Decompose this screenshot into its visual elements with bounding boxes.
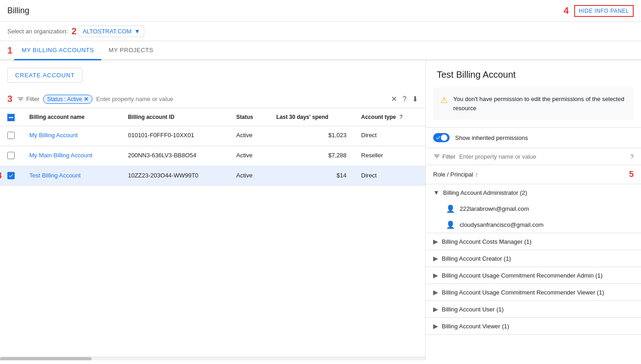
person-icon: 👤 [446,220,455,229]
right-filter-help-icon[interactable]: ? [630,153,634,160]
row3-account-link[interactable]: Test Billing Account [29,172,81,179]
tabs-bar: 1 MY BILLING ACCOUNTS MY PROJECTS [0,41,641,60]
role-costs-label: Billing Account Costs Manager (1) [442,238,634,245]
header: Billing 4 HIDE INFO PANEL [0,0,641,22]
billing-accounts-table: Billing account name Billing account ID … [0,108,425,357]
hide-info-panel-button[interactable]: HIDE INFO PANEL [574,5,634,17]
tab-billing-accounts[interactable]: MY BILLING ACCOUNTS [14,41,101,60]
row1-id: 010101-F0FFF0-10XX01 [120,126,229,146]
role-item-user[interactable]: ▶ Billing Account User (1) [426,301,641,317]
chevron-down-icon: ▼ [134,28,140,35]
row1-checkbox-cell [0,126,22,146]
row1-name: My Billing Account [22,126,120,146]
filter-download-button[interactable]: ⬇ [412,95,418,103]
row1-checkbox[interactable] [7,132,15,139]
role-group-costs: ▶ Billing Account Costs Manager (1) [426,233,641,250]
right-filter-bar: Filter ? [426,148,641,165]
row1-type: Direct [354,126,425,146]
main-layout: CREATE ACCOUNT 3 Filter Status : Active … [0,60,641,360]
col-header-id: Billing account ID [120,108,229,126]
role-user-label: Billing Account User (1) [442,306,634,313]
row3-id: 10ZZ23-203O44-WW99T0 [120,166,229,186]
left-panel: CREATE ACCOUNT 3 Filter Status : Active … [0,60,426,360]
select-all-checkbox[interactable] [7,114,15,121]
row2-checkbox-cell [0,146,22,166]
col-header-spend: Last 30 days' spend [269,108,354,126]
table-header-checkbox-col [0,108,22,126]
step5-annotation: 5 [629,170,634,179]
right-panel: Test Billing Account ⚠ You don't have pe… [426,60,641,360]
role-principal-header: Role / Principal ↑ 5 [426,165,641,184]
filter-icon-area: Filter [17,96,39,103]
row2-type: Reseller [354,146,425,166]
role-item-creator[interactable]: ▶ Billing Account Creator (1) [426,250,641,267]
org-name: ALTOSTRAT.COM [82,28,131,35]
role-expand-icon: ▶ [433,305,438,313]
toggle-slider [433,133,450,142]
toggle-label: Show inherited permissions [455,134,528,141]
filter-chip-label: Status : Active [47,96,82,102]
help-icon[interactable]: ? [399,114,402,120]
right-filter-input[interactable] [459,153,627,160]
row3-spend: $14 [269,166,354,186]
role-item-viewer[interactable]: ▶ Billing Account Viewer (1) [426,318,641,334]
page-title: Billing [7,6,29,16]
row1-status: Active [229,126,269,146]
member-email: cloudysanfrancisco@gmail.com [460,221,543,228]
row3-checkbox-cell: 4 [0,166,22,186]
row3-status: Active [229,166,269,186]
row2-checkbox[interactable] [7,152,15,159]
table-row: My Main Billing Account 200NN3-636LV3-BB… [0,146,425,166]
row2-account-link[interactable]: My Main Billing Account [29,152,92,159]
member-row: 👤 cloudysanfrancisco@gmail.com [426,217,641,233]
create-account-button[interactable]: CREATE ACCOUNT [7,68,82,83]
filter-actions: ✕ ? ⬇ [391,95,418,103]
filter-property-input[interactable] [96,96,387,102]
role-expand-icon: ▶ [433,255,438,262]
org-selector-dropdown[interactable]: ALTOSTRAT.COM ▼ [78,26,144,37]
inherited-permissions-toggle[interactable] [433,133,450,142]
table-row: 4 Test Billing Account 10ZZ23-203O44-WW9… [0,166,425,186]
checkmark-icon [8,173,14,178]
role-item-costs[interactable]: ▶ Billing Account Costs Manager (1) [426,233,641,250]
row3-checkbox[interactable] [7,172,15,179]
role-principal-label: Role / Principal [433,171,473,178]
filter-help-button[interactable]: ? [402,95,407,103]
toggle-check-icon [435,135,441,140]
role-item-usage-admin[interactable]: ▶ Billing Account Usage Commitment Recom… [426,267,641,284]
role-item-admin[interactable]: ▼ Billing Account Administrator (2) [426,184,641,201]
person-icon: 👤 [446,204,455,213]
right-filter-icon: Filter [433,153,456,160]
step4-annotation: 4 [564,5,569,16]
row2-name: My Main Billing Account [22,146,120,166]
col-header-type: Account type ? [354,108,425,126]
sort-asc-icon[interactable]: ↑ [475,171,478,178]
role-item-usage-viewer[interactable]: ▶ Billing Account Usage Commitment Recom… [426,284,641,300]
role-expand-icon: ▶ [433,272,438,279]
role-group-usage-viewer: ▶ Billing Account Usage Commitment Recom… [426,284,641,301]
step4-row-annotation: 4 [0,171,2,181]
step1-annotation: 1 [7,45,12,56]
warning-message: You don't have permission to edit the pe… [453,95,626,112]
role-expand-open-icon: ▼ [433,189,440,196]
role-expand-icon: ▶ [433,322,438,330]
header-right: 4 HIDE INFO PANEL [564,5,634,17]
row2-status: Active [229,146,269,166]
filter-clear-button[interactable]: ✕ [391,95,397,103]
warning-box: ⚠ You don't have permission to edit the … [433,87,634,120]
role-expand-icon: ▶ [433,289,438,296]
col-header-name: Billing account name [22,108,120,126]
right-filter-label: Filter [442,153,456,160]
horizontal-scrollbar[interactable] [0,357,425,360]
scrollbar-thumb[interactable] [0,357,92,360]
role-usage-viewer-label: Billing Account Usage Commitment Recomme… [442,289,634,296]
row1-account-link[interactable]: My Billing Account [29,132,78,139]
filter-chip-close-icon[interactable]: ✕ [84,96,88,102]
member-email: 222larabrown@gmail.com [460,205,529,212]
filter-chip-status[interactable]: Status : Active ✕ [43,95,92,104]
step3-annotation: 3 [7,94,12,104]
warning-icon: ⚠ [440,95,448,105]
filter-bar: 3 Filter Status : Active ✕ ✕ ? ⬇ [0,90,425,108]
tab-my-projects[interactable]: MY PROJECTS [101,41,161,60]
role-group-admin: ▼ Billing Account Administrator (2) 👤 22… [426,184,641,233]
